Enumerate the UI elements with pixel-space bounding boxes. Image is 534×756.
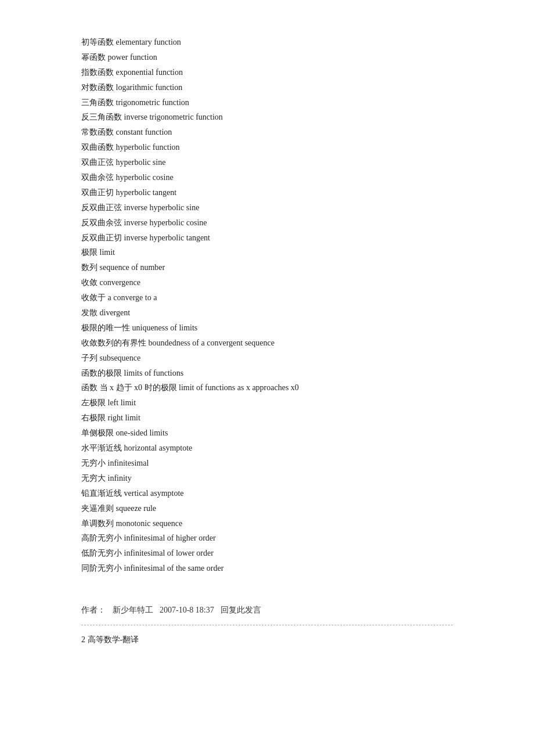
author-date: 2007-10-8 18:37: [160, 606, 216, 614]
list-item: 反双曲正弦 inverse hyperbolic sine: [81, 200, 453, 215]
list-item: 反三角函数 inverse trigonometric function: [81, 110, 453, 125]
list-item: 单调数列 monotonic sequence: [81, 516, 453, 531]
divider: [81, 625, 453, 625]
list-item: 指数函数 exponential function: [81, 65, 453, 80]
list-item: 反双曲正切 inverse hyperbolic tangent: [81, 231, 453, 246]
list-item: 数列 sequence of number: [81, 260, 453, 275]
list-item: 对数函数 logarithmic function: [81, 80, 453, 95]
list-item: 无穷大 infinity: [81, 471, 453, 486]
list-item: 双曲函数 hyperbolic function: [81, 140, 453, 155]
section-number: 2: [81, 635, 88, 644]
list-item: 夹逼准则 squeeze rule: [81, 501, 453, 516]
list-item: 单侧极限 one-sided limits: [81, 426, 453, 441]
list-item: 收敛 convergence: [81, 275, 453, 290]
list-item: 极限 limit: [81, 245, 453, 260]
list-item: 幂函数 power function: [81, 50, 453, 65]
list-item: 函数的极限 limits of functions: [81, 366, 453, 381]
main-content: 初等函数 elementary function幂函数 power functi…: [0, 0, 534, 668]
list-item: 极限的唯一性 uniqueness of limits: [81, 321, 453, 336]
list-item: 双曲正切 hyperbolic tangent: [81, 185, 453, 200]
list-item: 收敛于 a converge to a: [81, 290, 453, 305]
list-item: 反双曲余弦 inverse hyperbolic cosine: [81, 215, 453, 231]
list-item: 无穷小 infinitesimal: [81, 456, 453, 471]
reply-link[interactable]: 回复此发言: [221, 606, 261, 614]
list-item: 双曲余弦 hyperbolic cosine: [81, 170, 453, 185]
list-item: 高阶无穷小 infinitesimal of higher order: [81, 531, 453, 546]
list-item: 双曲正弦 hyperbolic sine: [81, 155, 453, 170]
list-item: 低阶无穷小 infinitesimal of lower order: [81, 546, 453, 561]
list-item: 发散 divergent: [81, 305, 453, 321]
author-name: 新少年特工: [113, 606, 156, 614]
list-item: 左极限 left limit: [81, 395, 453, 411]
list-item: 三角函数 trigonometric function: [81, 95, 453, 110]
section-header: 2 高等数学-翻译: [81, 635, 453, 645]
list-item: 收敛数列的有界性 boundedness of a convergent seq…: [81, 336, 453, 351]
list-item: 子列 subsequence: [81, 351, 453, 366]
list-item: 初等函数 elementary function: [81, 35, 453, 50]
list-item: 水平渐近线 horizontal asymptote: [81, 441, 453, 456]
list-item: 同阶无穷小 infinitesimal of the same order: [81, 561, 453, 576]
list-item: 右极限 right limit: [81, 411, 453, 426]
footer-section: 作者： 新少年特工 2007-10-8 18:37 回复此发言 2 高等数学-翻…: [81, 599, 453, 645]
list-item: 函数 当 x 趋于 x0 时的极限 limit of functions as …: [81, 380, 453, 395]
list-item: 铅直渐近线 vertical asymptote: [81, 486, 453, 501]
list-item: 常数函数 constant function: [81, 125, 453, 140]
section-title: 高等数学-翻译: [88, 635, 139, 644]
terms-list: 初等函数 elementary function幂函数 power functi…: [81, 35, 453, 576]
author-line: 作者： 新少年特工 2007-10-8 18:37 回复此发言: [81, 605, 453, 615]
author-label: 作者：: [81, 606, 106, 614]
